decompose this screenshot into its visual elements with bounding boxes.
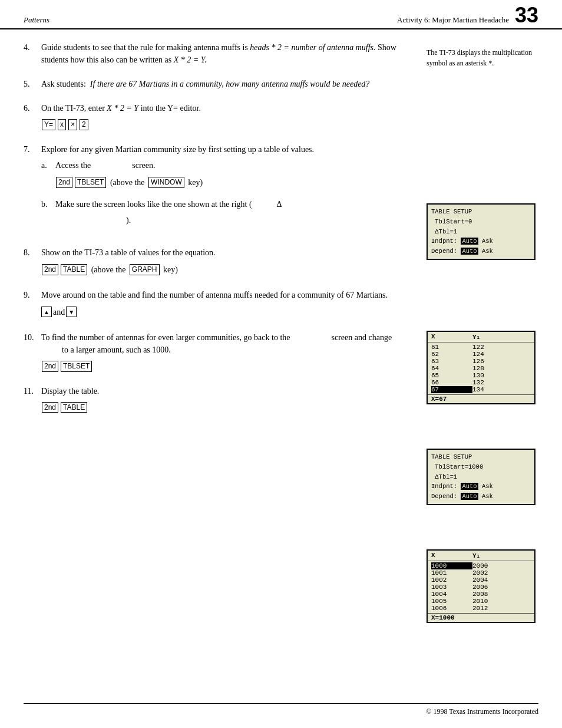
item-7b-end: ). [55, 214, 409, 226]
item-7a-text: Access the screen. [55, 159, 409, 172]
page: Patterns Activity 6: Major Martian Heada… [0, 0, 562, 728]
screen-1-row-2: 62124 [431, 351, 531, 358]
item-11-content: Display the table. 2nd TABLE [41, 385, 409, 418]
screen-1-col-y1: Y₁ [472, 333, 514, 341]
page-number: 33 [515, 5, 538, 26]
item-7-content: Explore for any given Martian community … [41, 143, 409, 235]
list-item-4: 4. Guide students to see that the rule f… [24, 41, 409, 70]
screen-1-row-5: 65130 [431, 372, 531, 379]
screen-1-header: X Y₁ [428, 332, 534, 342]
page-header: Patterns Activity 6: Major Martian Heada… [0, 0, 562, 29]
key-label-2: key) [161, 263, 178, 276]
list-item-6: 6. On the TI-73, enter X * 2 = Y into th… [24, 102, 409, 135]
and-label: and [53, 306, 65, 318]
key-window: WINDOW [148, 177, 184, 188]
item-10-text: To find the number of antennas for even … [41, 331, 409, 356]
list-item-9: 9. Move around on the table and find the… [24, 289, 409, 323]
key-2nd-4: 2nd [42, 402, 58, 413]
list-item-10: 10. To find the number of antennas for e… [24, 331, 409, 377]
item-6-keys: Y= x × 2 [41, 119, 409, 130]
key-2nd-2: 2nd [42, 264, 58, 275]
key-tblset: TBLSET [75, 177, 106, 188]
item-11-keys: 2nd TABLE [41, 402, 409, 413]
table-values-screen-1: X Y₁ 61122 62124 63126 64128 65130 66132… [427, 331, 535, 404]
screen-1-footer: X=67 [428, 394, 534, 403]
item-5-num: 5. [24, 78, 41, 94]
main-content: 4. Guide students to see that the rule f… [0, 29, 562, 664]
screen-2-row-3: 10022004 [431, 577, 531, 584]
key-above-label: (above the [108, 176, 147, 189]
screen-1-col-x: X [431, 333, 472, 341]
table-values-screen-2: X Y₁ 10002000 10012002 10022004 10032006… [427, 549, 535, 623]
list-item-11: 11. Display the table. 2nd TABLE [24, 385, 409, 418]
key-2nd-1: 2nd [56, 177, 72, 188]
item-8-content: Show on the TI-73 a table of values for … [41, 246, 409, 281]
item-10-num: 10. [24, 331, 41, 377]
list-item-5: 5. Ask students: If there are 67 Martian… [24, 78, 409, 94]
list-item-8: 8. Show on the TI-73 a table of values f… [24, 246, 409, 281]
key-graph: GRAPH [130, 264, 160, 275]
screen-2-row-6: 10052010 [431, 598, 531, 605]
item-5-content: Ask students: If there are 67 Martians i… [41, 78, 409, 94]
screen-1-row-1: 61122 [431, 344, 531, 351]
left-column: 4. Guide students to see that the rule f… [24, 41, 421, 629]
item-7b-label: b. [41, 198, 55, 230]
item-7-num: 7. [24, 143, 41, 235]
item-7a-content: Access the screen. 2nd TBLSET (above the… [55, 159, 409, 193]
spacer-4 [427, 511, 538, 543]
item-11-text: Display the table. [41, 385, 409, 397]
table-setup-screen-1: TABLE SETUP TblStart=0 ΔTbl=1 Indpnt: Au… [427, 203, 535, 260]
spacer-2 [427, 266, 538, 325]
copyright-text: © 1998 Texas Instruments Incorporated [426, 707, 538, 716]
item-8-keys: 2nd TABLE (above the GRAPH key) [41, 263, 409, 276]
header-activity: Activity 6: Major Martian Headache [397, 15, 509, 25]
spacer-1 [427, 71, 538, 197]
screen-1-row-3: 63126 [431, 358, 531, 365]
key-x: x [58, 119, 66, 130]
key-table: TABLE [61, 264, 87, 275]
screen-2-col-x: X [431, 552, 472, 559]
table-setup-screen-2: TABLE SETUP TblStart=1000 ΔTbl=1 Indpnt:… [427, 449, 535, 505]
list-item-7: 7. Explore for any given Martian communi… [24, 143, 409, 235]
item-7b: b. Make sure the screen looks like the o… [41, 198, 409, 230]
item-8-text: Show on the TI-73 a table of values for … [41, 246, 409, 259]
screen-2-row-4: 10032006 [431, 584, 531, 591]
side-note: The TI-73 displays the multiplication sy… [427, 47, 538, 68]
screen-2-row-1: 10002000 [431, 562, 531, 569]
key-times: × [68, 119, 77, 130]
screen-1-row-6: 66132 [431, 379, 531, 386]
header-left: Patterns [24, 15, 49, 25]
screen-2-footer: X=1000 [428, 613, 534, 622]
item-4-content: Guide students to see that the rule for … [41, 41, 409, 70]
item-9-text: Move around on the table and find the nu… [41, 289, 409, 301]
screen-2-row-5: 10042008 [431, 591, 531, 598]
item-7-text: Explore for any given Martian community … [41, 143, 409, 156]
key-2nd-3: 2nd [42, 361, 58, 372]
item-7a-label: a. [41, 159, 55, 193]
spacer-3 [427, 410, 538, 443]
key-y-equals: Y= [42, 119, 55, 130]
item-6-num: 6. [24, 102, 41, 135]
key-label: key) [186, 176, 203, 189]
screen-2-row-7: 10062012 [431, 605, 531, 612]
right-column: The TI-73 displays the multiplication sy… [421, 41, 538, 629]
key-tblset-2: TBLSET [61, 361, 92, 372]
item-4-text: Guide students to see that the rule for … [41, 41, 409, 66]
key-above-label-2: (above the [89, 263, 128, 276]
item-7a: a. Access the screen. 2nd TBLSET (above … [41, 159, 409, 193]
key-table-2: TABLE [61, 402, 87, 413]
key-down-arrow: ▼ [66, 307, 77, 317]
item-5-text: Ask students: If there are 67 Martians i… [41, 78, 409, 90]
item-9-keys: ▲ and ▼ [41, 306, 409, 318]
item-7b-content: Make sure the screen looks like the one … [55, 198, 409, 230]
item-6-content: On the TI-73, enter X * 2 = Y into the Y… [41, 102, 409, 135]
screen-2-col-y1: Y₁ [472, 552, 514, 559]
item-9-content: Move around on the table and find the nu… [41, 289, 409, 323]
item-4-num: 4. [24, 41, 41, 70]
item-10-keys: 2nd TBLSET [41, 361, 409, 372]
item-8-num: 8. [24, 246, 41, 281]
side-note-text: The TI-73 displays the multiplication sy… [427, 47, 538, 68]
screen-1-row-7: 67134 [431, 386, 531, 393]
item-6-text: On the TI-73, enter X * 2 = Y into the Y… [41, 102, 409, 114]
screen-2-body: 10002000 10012002 10022004 10032006 1004… [428, 561, 534, 613]
